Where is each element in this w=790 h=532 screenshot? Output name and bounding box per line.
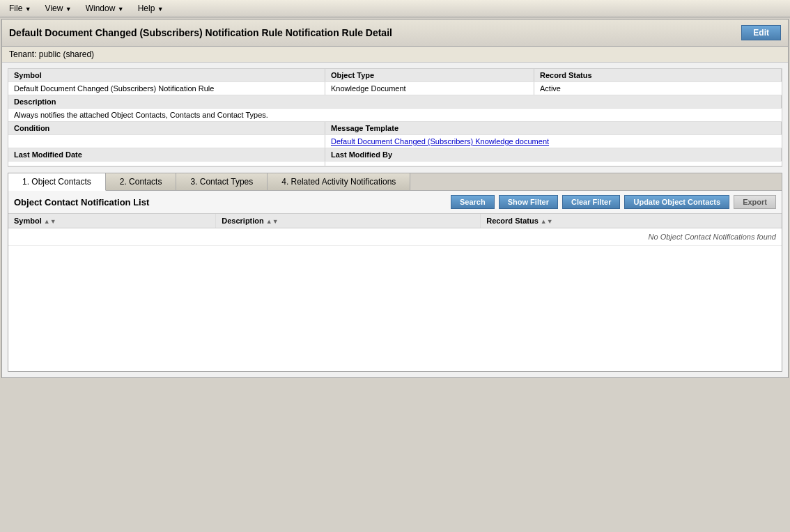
symbol-sort-icon: ▲▼ bbox=[44, 218, 56, 225]
list-area: Object Contact Notification List Search … bbox=[8, 191, 782, 371]
symbol-label: Symbol bbox=[8, 69, 325, 81]
menu-bar: File ▼ View ▼ Window ▼ Help ▼ bbox=[0, 0, 790, 17]
description-value-row: Always notifies the attached Object Cont… bbox=[8, 109, 782, 122]
page-title: Default Document Changed (Subscribers) N… bbox=[9, 27, 392, 38]
labels-row-1: Symbol Object Type Record Status bbox=[8, 69, 782, 82]
view-arrow-icon: ▼ bbox=[65, 6, 72, 13]
list-toolbar: Object Contact Notification List Search … bbox=[8, 191, 782, 214]
no-data-row: No Object Contact Notifications found bbox=[8, 228, 782, 246]
table-header-row: Symbol ▲▼ Description ▲▼ Record Status ▲… bbox=[8, 214, 782, 228]
clear-filter-button[interactable]: Clear Filter bbox=[562, 195, 620, 209]
object-type-label: Object Type bbox=[325, 69, 534, 81]
values-row-1: Default Document Changed (Subscribers) N… bbox=[8, 82, 782, 95]
tabs-header: 1. Object Contacts 2. Contacts 3. Contac… bbox=[8, 173, 782, 191]
symbol-value: Default Document Changed (Subscribers) N… bbox=[8, 82, 325, 95]
show-filter-button[interactable]: Show Filter bbox=[499, 195, 558, 209]
col-record-status[interactable]: Record Status ▲▼ bbox=[481, 214, 782, 228]
description-sort-icon: ▲▼ bbox=[266, 218, 279, 225]
edit-button[interactable]: Edit bbox=[741, 25, 781, 40]
last-modified-by-value bbox=[325, 162, 782, 166]
condition-message-row: Default Document Changed (Subscribers) K… bbox=[8, 135, 782, 148]
last-modified-date-label: Last Modified Date bbox=[8, 148, 325, 161]
description-value: Always notifies the attached Object Cont… bbox=[8, 109, 782, 121]
search-button[interactable]: Search bbox=[451, 195, 495, 209]
export-button[interactable]: Export bbox=[734, 195, 776, 209]
main-window: Default Document Changed (Subscribers) N… bbox=[1, 19, 789, 378]
labels-row-2: Condition Message Template bbox=[8, 122, 782, 135]
col-description[interactable]: Description ▲▼ bbox=[216, 214, 481, 228]
tab-contacts[interactable]: 2. Contacts bbox=[106, 173, 177, 190]
file-arrow-icon: ▼ bbox=[25, 6, 31, 13]
record-status-value: Active bbox=[534, 82, 782, 95]
title-bar: Default Document Changed (Subscribers) N… bbox=[2, 19, 788, 47]
menu-help[interactable]: Help ▼ bbox=[132, 1, 170, 15]
last-modified-by-label: Last Modified By bbox=[325, 148, 782, 161]
tenant-value: public (shared) bbox=[39, 49, 94, 59]
message-template-label: Message Template bbox=[325, 122, 782, 134]
empty-area bbox=[8, 246, 782, 371]
tabs-section: 1. Object Contacts 2. Contacts 3. Contac… bbox=[8, 173, 782, 372]
object-type-value: Knowledge Document bbox=[325, 82, 534, 95]
detail-section: Symbol Object Type Record Status Default… bbox=[8, 68, 782, 167]
menu-view[interactable]: View ▼ bbox=[39, 1, 78, 15]
window-arrow-icon: ▼ bbox=[118, 6, 124, 13]
menu-file[interactable]: File ▼ bbox=[3, 1, 38, 15]
tab-contact-types[interactable]: 3. Contact Types bbox=[176, 173, 268, 190]
description-label-row: Description bbox=[8, 95, 782, 109]
last-modified-date-value bbox=[8, 162, 325, 166]
message-template-value[interactable]: Default Document Changed (Subscribers) K… bbox=[325, 135, 782, 148]
modified-values-row bbox=[8, 162, 782, 166]
list-title: Object Contact Notification List bbox=[14, 197, 447, 208]
condition-label: Condition bbox=[8, 122, 325, 134]
record-status-label: Record Status bbox=[534, 69, 782, 81]
labels-row-3: Last Modified Date Last Modified By bbox=[8, 148, 782, 162]
help-arrow-icon: ▼ bbox=[157, 6, 164, 13]
data-table: Symbol ▲▼ Description ▲▼ Record Status ▲… bbox=[8, 214, 782, 246]
condition-value bbox=[8, 135, 325, 148]
col-symbol[interactable]: Symbol ▲▼ bbox=[8, 214, 216, 228]
menu-window[interactable]: Window ▼ bbox=[79, 1, 130, 15]
update-object-contacts-button[interactable]: Update Object Contacts bbox=[624, 195, 729, 209]
tenant-bar: Tenant: public (shared) bbox=[2, 47, 788, 63]
tab-related-activity[interactable]: 4. Related Activity Notifications bbox=[268, 173, 410, 190]
tab-object-contacts[interactable]: 1. Object Contacts bbox=[8, 173, 106, 191]
no-data-message: No Object Contact Notifications found bbox=[8, 228, 782, 246]
description-label: Description bbox=[8, 95, 782, 108]
record-status-sort-icon: ▲▼ bbox=[541, 218, 553, 225]
tenant-label: Tenant: bbox=[9, 49, 36, 59]
